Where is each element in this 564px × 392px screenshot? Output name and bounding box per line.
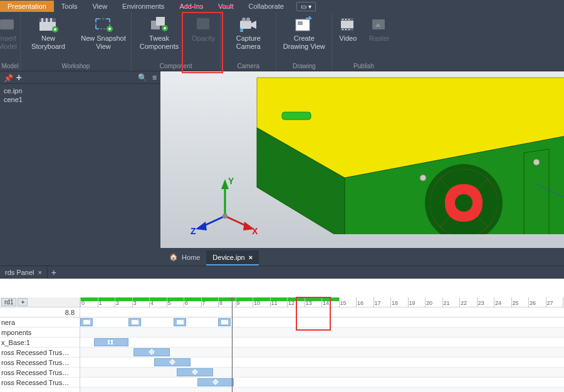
ribbon-group-publish: Video Raster Publish [332,13,395,71]
storyboard-panel-tab[interactable]: rds Panel× [0,267,48,278]
hamburger-icon[interactable]: ≡ [152,73,157,82]
create-drawing-view-button[interactable]: Create Drawing View [276,13,332,61]
svg-point-54 [222,214,227,219]
track-header[interactable]: ross Recessed Trus… [0,368,80,378]
track-header[interactable]: ross Recessed Trus… [0,358,80,368]
ribbon-group-label: Component [132,61,220,71]
pin-icon[interactable]: 📌 [4,74,13,83]
ribbon-group-model: Insert Model Model [0,13,21,71]
menu-tab-view[interactable]: View [85,1,115,12]
ribbon-group-component: Tweak Components Opacity Component [132,13,221,71]
ribbon-group-label: Workshop [21,61,131,71]
panel-header: 📌 + 🔍≡ [0,71,160,84]
storyboard-selector[interactable]: rd1 + [0,297,80,307]
camera-keyframe[interactable] [174,318,186,326]
timeline-row[interactable] [80,317,564,328]
svg-rect-66 [108,340,110,342]
timeline-row[interactable] [80,378,564,388]
svg-rect-37 [282,112,311,120]
menu-tab-tools[interactable]: Tools [54,1,85,12]
svg-rect-14 [156,17,165,26]
track-header[interactable]: nera [0,317,80,328]
svg-rect-27 [345,19,347,20]
menu-tab-addins[interactable]: Add-Ins [172,1,211,12]
svg-point-44 [420,175,426,181]
svg-rect-62 [177,320,182,324]
add-storyboard-icon[interactable]: + [18,298,28,306]
svg-rect-64 [221,320,226,324]
ribbon-group-label: Camera [221,61,276,71]
track-header[interactable]: ross Recessed Trus… [0,378,80,388]
timeline-row[interactable] [80,368,564,378]
menu-tab-collaborate[interactable]: Collaborate [241,1,291,12]
svg-point-40 [455,194,473,212]
ribbon-group-label: Drawing [276,61,332,71]
track-header[interactable] [0,388,80,392]
svg-rect-68 [108,343,110,344]
storyboard-panel: rds Panel× + rd1 + 8.8 neramponentsx_Bas… [0,266,564,392]
add-tab-button[interactable]: + [48,267,60,277]
track-header[interactable]: ross Recessed Trus… [0,348,80,358]
camera-keyframe[interactable] [128,318,141,326]
clapboard-icon [38,15,59,34]
ribbon-group-workshop: New Storyboard New Snapshot View Worksho… [21,13,132,71]
menu-tab-vault[interactable]: Vault [211,1,241,12]
svg-rect-29 [342,29,343,30]
svg-rect-0 [0,19,14,29]
tweak-components-button[interactable]: Tweak Components [132,13,187,61]
close-icon[interactable]: × [38,269,41,276]
track-header[interactable]: mponents [0,328,80,338]
timeline-ruler-sub [80,307,564,317]
menu-overflow-dropdown[interactable]: ▭ ▾ [296,2,316,11]
camera-keyframe[interactable] [80,318,93,326]
timeline-area[interactable]: 0123456789101112131415161718192021222324… [80,297,564,392]
svg-rect-16 [197,18,209,29]
tween-clip[interactable] [197,378,234,386]
video-button[interactable]: Video [332,13,363,61]
view-triad[interactable]: Y X Z [191,175,259,238]
svg-marker-18 [251,21,256,29]
svg-text:Z: Z [191,226,196,236]
browser-tree[interactable]: ce.ipn cene1 [0,84,160,106]
search-icon[interactable]: 🔍 [138,73,147,82]
capture-camera-icon [238,15,259,34]
svg-rect-26 [342,19,343,20]
snapshot-icon [93,15,114,34]
tween-clip[interactable] [154,358,191,366]
tree-item[interactable]: ce.ipn [4,86,157,95]
ribbon-group-label: Model [0,61,20,71]
timeline-row[interactable] [80,338,564,348]
tree-item[interactable]: cene1 [4,95,157,104]
viewport-3d[interactable]: Y X Z [160,71,564,248]
svg-rect-5 [50,18,52,22]
insert-model-button: Insert Model [0,13,20,61]
camera-keyframe[interactable] [218,318,231,326]
tween-clip[interactable] [94,338,128,346]
menu-tab-environments[interactable]: Environments [115,1,172,12]
storyboard-tabbar: rds Panel× + [0,266,564,279]
panel-gap [0,248,160,266]
tween-clip[interactable] [133,348,170,356]
svg-marker-65 [226,319,228,325]
timeline-row[interactable] [80,328,564,338]
svg-point-42 [533,159,540,165]
new-snapshot-view-button[interactable]: New Snapshot View [76,13,131,61]
tween-clip[interactable] [177,368,213,376]
svg-rect-69 [111,343,113,344]
close-icon[interactable]: × [249,254,253,261]
timeline-row[interactable] [80,388,564,392]
timeline-row[interactable] [80,358,564,368]
new-storyboard-button[interactable]: New Storyboard [21,13,76,61]
track-header[interactable]: x_Base:1 [0,338,80,348]
timeline-ruler[interactable]: 0123456789101112131415161718192021222324… [80,297,564,307]
home-tab[interactable]: 🏠 Home [163,250,206,266]
ribbon-group-label: Publish [332,61,395,71]
svg-rect-67 [111,340,113,342]
svg-rect-60 [132,320,137,324]
timeline-row[interactable] [80,348,564,358]
document-tab-active[interactable]: Device.ipn × [206,250,259,266]
menu-tab-presentation[interactable]: Presentation [0,1,54,12]
playhead[interactable] [232,297,232,392]
add-button[interactable]: + [16,72,21,83]
capture-camera-button[interactable]: Capture Camera [221,13,276,61]
